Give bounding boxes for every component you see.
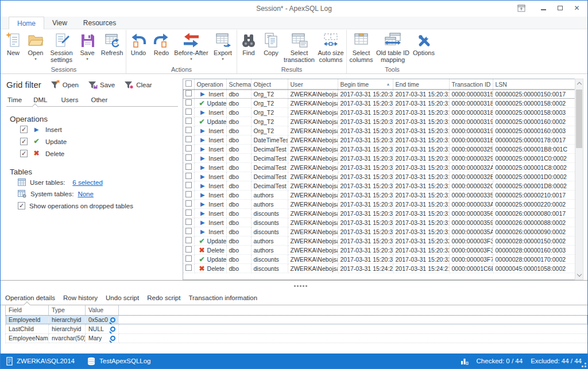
copy-button[interactable]: Copy (260, 30, 283, 65)
row-checkbox[interactable] (185, 191, 192, 197)
tab-home[interactable]: Home (9, 17, 44, 29)
column-header-end-time[interactable]: End time (393, 79, 449, 90)
table-row[interactable]: UpdatedboOrg_T2ZWERKA\Nebojsa2017-03-31 … (183, 117, 575, 126)
column-header-lsn[interactable]: LSN (493, 79, 575, 90)
refresh-button[interactable]: Refresh (99, 30, 125, 65)
system-tables-link[interactable]: None (78, 191, 94, 197)
scroll-up-icon[interactable] (577, 82, 582, 87)
table-row[interactable]: InsertdboauthorsZWERKA\Nebojsa2017-03-31… (183, 191, 575, 200)
scrollbar-thumb[interactable] (576, 90, 582, 148)
column-header-value[interactable]: Value (86, 305, 119, 315)
detail-row[interactable]: EmployeeNamenvarchar(50)Mary (6, 333, 588, 343)
detail-row[interactable]: LastChildhierarchyidNULL (6, 324, 588, 333)
table-row[interactable]: InsertdboauthorsZWERKA\Nebojsa2017-03-31… (183, 200, 575, 209)
delete-checkbox[interactable] (20, 150, 28, 157)
session-settings-button[interactable]: Session settings (47, 30, 76, 65)
table-row[interactable]: InsertdboDecimalTestZWERKA\Nebojsa2017-0… (183, 172, 575, 181)
row-checkbox[interactable] (185, 127, 192, 133)
magnifier-icon[interactable] (110, 317, 115, 323)
table-row[interactable]: InsertdboOrg_T2ZWERKA\Nebojsa2017-03-31 … (183, 126, 575, 135)
column-header-operation[interactable]: Operation (194, 79, 226, 90)
scroll-down-icon[interactable] (577, 272, 582, 277)
new-button[interactable]: New (2, 30, 24, 65)
table-row[interactable]: InsertdboDecimalTestZWERKA\Nebojsa2017-0… (183, 154, 575, 163)
row-checkbox[interactable] (185, 164, 192, 170)
find-button[interactable]: Find (238, 30, 260, 65)
close-button[interactable]: ✕ (568, 2, 585, 14)
row-checkbox[interactable] (185, 209, 192, 216)
table-row[interactable]: InsertdboDateTimeTestZWERKA\Nebojsa2017-… (183, 135, 575, 145)
auto-size-columns-button[interactable]: Auto size columns (316, 30, 346, 65)
resize-grip[interactable] (585, 366, 586, 367)
row-checkbox[interactable] (185, 219, 192, 225)
undo-button[interactable]: Undo (127, 30, 150, 65)
tab-redo-script[interactable]: Redo script (147, 293, 188, 305)
ribbon-pin-icon[interactable] (513, 2, 529, 14)
column-header-transaction-id[interactable]: Transaction ID (449, 79, 493, 90)
table-row[interactable]: InsertdboOrg_T2ZWERKA\Nebojsa2017-03-31 … (183, 108, 575, 117)
filter-tab-time[interactable]: Time (6, 95, 32, 106)
column-header-user[interactable]: User (288, 79, 338, 90)
select-all-checkbox[interactable] (185, 80, 192, 87)
table-row[interactable]: DeletedbodiscountsZWERKA\Nebojsa2017-03-… (183, 264, 575, 273)
table-row[interactable]: UpdatedbodiscountsZWERKA\Nebojsa2017-03-… (183, 255, 575, 264)
detail-row[interactable]: EmployeeIdhierarchyid0x5ac0 (6, 315, 588, 324)
filter-tab-other[interactable]: Other (90, 95, 114, 106)
row-checkbox[interactable] (185, 265, 192, 271)
row-checkbox[interactable] (185, 246, 192, 253)
row-checkbox[interactable] (185, 99, 192, 106)
table-row[interactable]: InsertdboOrg_T2ZWERKA\Nebojsa2017-03-31 … (183, 90, 575, 99)
tab-operation-details[interactable]: Operation details (5, 293, 63, 305)
table-row[interactable]: DeletedboauthorsZWERKA\Nebojsa2017-03-31… (183, 246, 575, 255)
old-table-id-mapping-button[interactable]: Old table ID mapping (375, 30, 411, 65)
table-row[interactable]: InsertdboDecimalTestZWERKA\Nebojsa2017-0… (183, 145, 575, 154)
column-header-object[interactable]: Object (251, 79, 288, 90)
tab-resources[interactable]: Resources (75, 17, 124, 29)
filter-open-button[interactable]: Open (51, 80, 79, 89)
insert-checkbox[interactable] (20, 126, 28, 133)
maximize-button[interactable] (552, 2, 568, 14)
options-button[interactable]: Options (411, 30, 437, 65)
open-button[interactable]: Open ▾ (24, 30, 47, 65)
select-all-header[interactable] (183, 79, 194, 90)
update-checkbox[interactable] (20, 138, 28, 145)
table-row[interactable]: InsertdbodiscountsZWERKA\Nebojsa2017-03-… (183, 209, 575, 218)
export-button[interactable]: Export ▾ (210, 30, 236, 65)
row-checkbox[interactable] (185, 136, 192, 142)
row-checkbox[interactable] (185, 108, 192, 115)
horizontal-splitter[interactable] (1, 281, 587, 293)
row-checkbox[interactable] (185, 145, 192, 152)
tab-undo-script[interactable]: Undo script (106, 293, 147, 305)
row-checkbox[interactable] (185, 173, 192, 179)
filter-save-button[interactable]: Save (88, 80, 115, 89)
save-button[interactable]: Save ▾ (76, 30, 99, 65)
table-row[interactable]: InsertdbodiscountsZWERKA\Nebojsa2017-03-… (183, 218, 575, 227)
row-checkbox[interactable] (185, 237, 192, 243)
select-columns-button[interactable]: Select columns (347, 30, 375, 65)
row-checkbox[interactable] (185, 154, 192, 161)
tab-row-history[interactable]: Row history (63, 293, 106, 305)
tab-transaction-information[interactable]: Transaction information (188, 293, 265, 305)
row-checkbox[interactable] (185, 118, 192, 124)
tab-view[interactable]: View (44, 17, 75, 29)
vertical-scrollbar[interactable] (575, 79, 583, 280)
magnifier-icon[interactable] (110, 327, 115, 332)
table-row[interactable]: UpdatedboauthorsZWERKA\Nebojsa2017-03-31… (183, 236, 575, 246)
filter-clear-button[interactable]: Clear (124, 80, 152, 89)
table-row[interactable]: InsertdbodiscountsZWERKA\Nebojsa2017-03-… (183, 227, 575, 236)
row-checkbox[interactable] (185, 255, 192, 262)
column-header-schema[interactable]: Schema (226, 79, 251, 90)
minimize-button[interactable] (535, 2, 552, 14)
column-header-type[interactable]: Type (49, 305, 86, 315)
redo-button[interactable]: Redo (150, 30, 173, 65)
select-transaction-button[interactable]: Select transaction (283, 30, 316, 65)
table-row[interactable]: InsertdboDecimalTestZWERKA\Nebojsa2017-0… (183, 163, 575, 172)
before-after-button[interactable]: Before-After ▾ (173, 30, 210, 65)
user-tables-link[interactable]: 6 selected (72, 179, 102, 186)
row-checkbox[interactable] (185, 228, 192, 234)
table-row[interactable]: UpdatedboOrg_T2ZWERKA\Nebojsa2017-03-31 … (183, 99, 575, 108)
table-row[interactable]: InsertdboDecimalTestZWERKA\Nebojsa2017-0… (183, 181, 575, 191)
row-checkbox[interactable] (185, 90, 192, 96)
magnifier-icon[interactable] (110, 336, 115, 341)
filter-tab-users[interactable]: Users (60, 95, 90, 106)
